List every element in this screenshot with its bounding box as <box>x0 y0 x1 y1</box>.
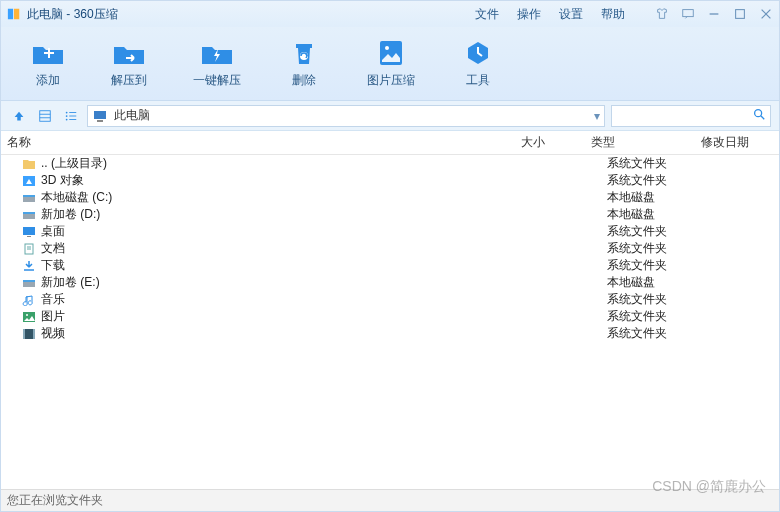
navbar: 此电脑 ▾ <box>1 101 779 131</box>
svg-rect-30 <box>23 212 35 214</box>
titlebar: 此电脑 - 360压缩 文件 操作 设置 帮助 <box>1 1 779 27</box>
svg-rect-43 <box>33 329 35 339</box>
one-key-button[interactable]: 一键解压 <box>193 38 241 89</box>
col-type[interactable]: 类型 <box>591 134 701 151</box>
item-name: 音乐 <box>41 291 537 308</box>
window-controls <box>655 7 773 21</box>
item-type: 系统文件夹 <box>607 308 717 325</box>
music-icon <box>21 293 37 307</box>
minimize-icon[interactable] <box>707 7 721 21</box>
item-type: 系统文件夹 <box>607 240 717 257</box>
one-key-label: 一键解压 <box>193 72 241 89</box>
menu-help[interactable]: 帮助 <box>601 6 625 23</box>
item-name: 视频 <box>41 325 537 342</box>
list-item[interactable]: 视频系统文件夹 <box>1 325 779 342</box>
list-item[interactable]: 文档系统文件夹 <box>1 240 779 257</box>
item-type: 本地磁盘 <box>607 206 717 223</box>
list-item[interactable]: 新加卷 (D:)本地磁盘 <box>1 206 779 223</box>
list-item[interactable]: 图片系统文件夹 <box>1 308 779 325</box>
list-item[interactable]: 下载系统文件夹 <box>1 257 779 274</box>
delete-label: 删除 <box>292 72 316 89</box>
svg-rect-42 <box>23 329 25 339</box>
svg-rect-23 <box>97 120 103 122</box>
item-name: 下载 <box>41 257 537 274</box>
search-input[interactable] <box>611 105 771 127</box>
feedback-icon[interactable] <box>681 7 695 21</box>
maximize-icon[interactable] <box>733 7 747 21</box>
list-item[interactable]: 桌面系统文件夹 <box>1 223 779 240</box>
chevron-down-icon[interactable]: ▾ <box>594 109 600 123</box>
list-item[interactable]: 本地磁盘 (C:)本地磁盘 <box>1 189 779 206</box>
add-label: 添加 <box>36 72 60 89</box>
video-icon <box>21 327 37 341</box>
svg-point-11 <box>385 46 389 50</box>
svg-rect-13 <box>40 110 51 121</box>
app-icon <box>7 7 21 21</box>
item-type: 本地磁盘 <box>607 274 717 291</box>
svg-point-17 <box>66 115 68 117</box>
svg-line-25 <box>761 115 765 119</box>
image-compress-icon <box>377 38 405 68</box>
item-type: 本地磁盘 <box>607 189 717 206</box>
list-item[interactable]: 新加卷 (E:)本地磁盘 <box>1 274 779 291</box>
menu-action[interactable]: 操作 <box>517 6 541 23</box>
item-name: .. (上级目录) <box>41 155 537 172</box>
disk-icon <box>21 191 37 205</box>
svg-point-40 <box>26 314 28 316</box>
tool-hex-icon <box>464 39 492 67</box>
skin-icon[interactable] <box>655 7 669 21</box>
menubar: 文件 操作 设置 帮助 <box>475 6 625 23</box>
svg-point-24 <box>755 109 762 116</box>
item-name: 新加卷 (D:) <box>41 206 537 223</box>
delete-button[interactable]: 删除 <box>287 38 321 89</box>
item-type: 系统文件夹 <box>607 291 717 308</box>
svg-rect-28 <box>23 195 35 197</box>
col-name[interactable]: 名称 <box>1 134 521 151</box>
search-icon <box>752 107 766 125</box>
item-name: 3D 对象 <box>41 172 537 189</box>
svg-rect-4 <box>736 10 745 19</box>
status-text: 您正在浏览文件夹 <box>7 492 103 509</box>
list-item[interactable]: 音乐系统文件夹 <box>1 291 779 308</box>
image-compress-button[interactable]: 图片压缩 <box>367 38 415 89</box>
item-type: 系统文件夹 <box>607 223 717 240</box>
close-icon[interactable] <box>759 7 773 21</box>
col-date[interactable]: 修改日期 <box>701 134 779 151</box>
svg-point-16 <box>66 111 68 113</box>
item-type: 系统文件夹 <box>607 257 717 274</box>
app-window: 此电脑 - 360压缩 文件 操作 设置 帮助 添加 解压到 一键解压 <box>0 0 780 512</box>
path-text: 此电脑 <box>114 107 150 124</box>
folder-plus-icon <box>31 39 65 67</box>
svg-rect-32 <box>27 236 31 237</box>
disk-icon <box>21 276 37 290</box>
item-name: 文档 <box>41 240 537 257</box>
menu-settings[interactable]: 设置 <box>559 6 583 23</box>
item-name: 图片 <box>41 308 537 325</box>
tools-label: 工具 <box>466 72 490 89</box>
trash-icon <box>289 38 319 68</box>
toolbar: 添加 解压到 一键解压 删除 图片压缩 工具 <box>1 27 779 101</box>
item-type: 系统文件夹 <box>607 155 717 172</box>
folder-icon <box>21 157 37 171</box>
pc-icon <box>92 108 108 124</box>
svg-rect-2 <box>683 10 694 17</box>
folder-arrow-icon <box>112 39 146 67</box>
list-item[interactable]: 3D 对象系统文件夹 <box>1 172 779 189</box>
window-title: 此电脑 - 360压缩 <box>27 6 118 23</box>
view-list-button[interactable] <box>61 106 81 126</box>
extract-to-button[interactable]: 解压到 <box>111 38 147 89</box>
view-details-button[interactable] <box>35 106 55 126</box>
col-size[interactable]: 大小 <box>521 134 591 151</box>
list-item[interactable]: .. (上级目录)系统文件夹 <box>1 155 779 172</box>
item-name: 新加卷 (E:) <box>41 274 537 291</box>
svg-rect-22 <box>94 111 106 119</box>
svg-rect-8 <box>48 48 50 58</box>
up-button[interactable] <box>9 106 29 126</box>
tools-button[interactable]: 工具 <box>461 38 495 89</box>
desktop-icon <box>21 225 37 239</box>
path-input[interactable]: 此电脑 ▾ <box>87 105 605 127</box>
svg-rect-1 <box>14 9 19 20</box>
item-name: 桌面 <box>41 223 537 240</box>
add-button[interactable]: 添加 <box>31 38 65 89</box>
menu-file[interactable]: 文件 <box>475 6 499 23</box>
